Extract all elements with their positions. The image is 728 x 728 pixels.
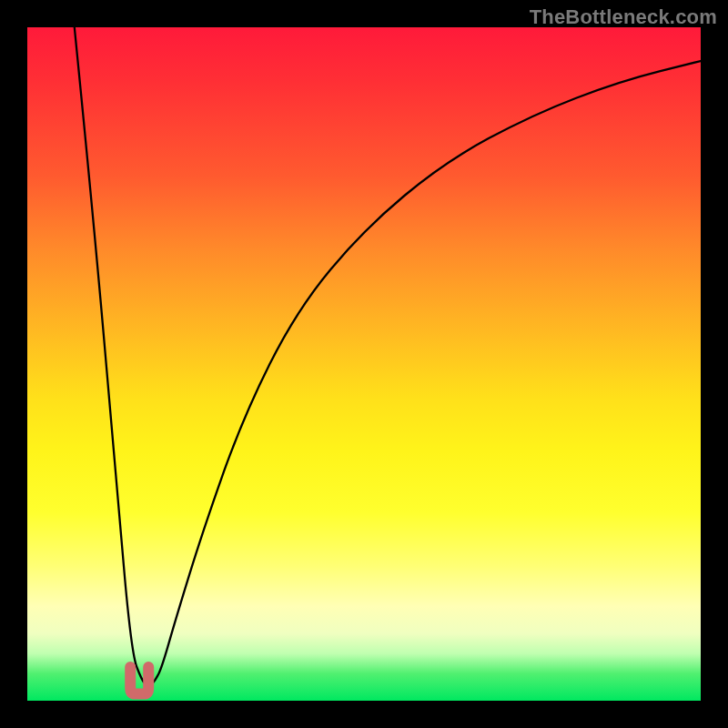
watermark-text: TheBottleneck.com [530, 5, 717, 29]
chart-frame: TheBottleneck.com [0, 0, 728, 728]
chart-background-gradient [27, 27, 701, 701]
